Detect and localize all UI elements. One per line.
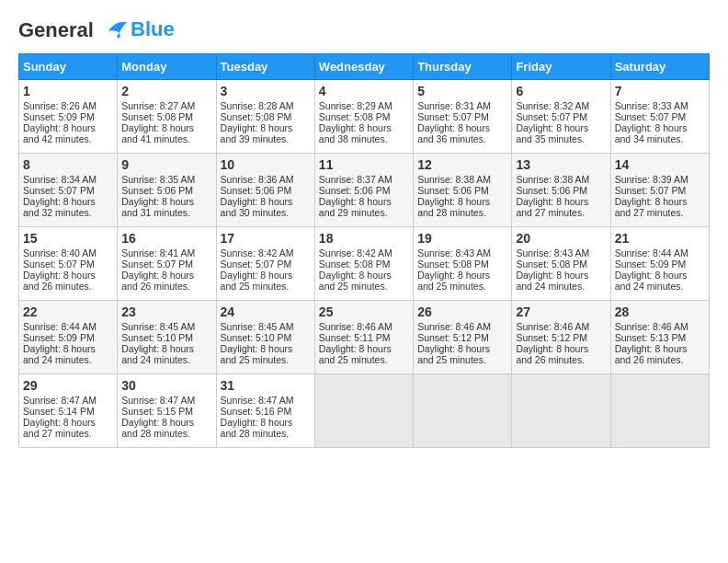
calendar-cell: 3Sunrise: 8:28 AMSunset: 5:08 PMDaylight… — [216, 80, 314, 154]
daylight-label: Daylight: 8 hours and 28 minutes. — [221, 417, 293, 439]
header-row: Sunday Monday Tuesday Wednesday Thursday… — [19, 54, 710, 80]
day-number: 13 — [516, 157, 606, 172]
daylight-label: Daylight: 8 hours and 32 minutes. — [23, 196, 96, 218]
sunset-label: Sunset: 5:08 PM — [121, 111, 193, 122]
daylight-label: Daylight: 8 hours and 26 minutes. — [121, 270, 194, 292]
col-thursday: Thursday — [414, 54, 512, 80]
daylight-label: Daylight: 8 hours and 41 minutes. — [121, 122, 194, 144]
sunset-label: Sunset: 5:06 PM — [417, 185, 489, 196]
calendar-cell: 14Sunrise: 8:39 AMSunset: 5:07 PMDayligh… — [610, 154, 709, 227]
daylight-label: Daylight: 8 hours and 25 minutes. — [417, 270, 490, 292]
day-number: 31 — [221, 378, 311, 393]
day-number: 12 — [417, 157, 507, 172]
daylight-label: Daylight: 8 hours and 30 minutes. — [221, 196, 293, 218]
sunrise-label: Sunrise: 8:28 AM — [221, 100, 294, 111]
calendar-cell — [610, 374, 709, 448]
calendar-cell: 23Sunrise: 8:45 AMSunset: 5:10 PMDayligh… — [118, 301, 216, 374]
daylight-label: Daylight: 8 hours and 26 minutes. — [23, 270, 96, 292]
calendar-cell: 10Sunrise: 8:36 AMSunset: 5:06 PMDayligh… — [216, 154, 314, 227]
sunset-label: Sunset: 5:10 PM — [121, 332, 193, 343]
sunrise-label: Sunrise: 8:32 AM — [516, 100, 589, 111]
day-number: 30 — [121, 378, 211, 393]
sunrise-label: Sunrise: 8:38 AM — [516, 174, 589, 185]
sunrise-label: Sunrise: 8:37 AM — [319, 174, 392, 185]
day-number: 26 — [417, 304, 507, 319]
daylight-label: Daylight: 8 hours and 36 minutes. — [417, 122, 490, 144]
sunset-label: Sunset: 5:14 PM — [23, 406, 95, 417]
sunrise-label: Sunrise: 8:47 AM — [221, 395, 294, 406]
sunrise-label: Sunrise: 8:26 AM — [23, 100, 97, 111]
day-number: 16 — [121, 231, 211, 246]
calendar-cell: 20Sunrise: 8:43 AMSunset: 5:08 PMDayligh… — [512, 227, 610, 301]
calendar-cell: 12Sunrise: 8:38 AMSunset: 5:06 PMDayligh… — [414, 154, 512, 227]
sunset-label: Sunset: 5:08 PM — [221, 111, 292, 122]
sunrise-label: Sunrise: 8:33 AM — [615, 100, 688, 111]
sunset-label: Sunset: 5:12 PM — [417, 332, 489, 343]
day-number: 23 — [121, 304, 211, 319]
day-number: 24 — [221, 304, 311, 319]
day-number: 21 — [615, 231, 705, 246]
sunset-label: Sunset: 5:06 PM — [221, 185, 292, 196]
sunrise-label: Sunrise: 8:29 AM — [319, 100, 392, 111]
calendar-row: 8Sunrise: 8:34 AMSunset: 5:07 PMDaylight… — [19, 154, 710, 227]
calendar-row: 1Sunrise: 8:26 AMSunset: 5:09 PMDaylight… — [19, 80, 710, 154]
calendar-cell: 29Sunrise: 8:47 AMSunset: 5:14 PMDayligh… — [19, 374, 118, 448]
sunrise-label: Sunrise: 8:36 AM — [221, 174, 294, 185]
sunset-label: Sunset: 5:06 PM — [319, 185, 391, 196]
sunset-label: Sunset: 5:08 PM — [417, 259, 489, 270]
sunrise-label: Sunrise: 8:45 AM — [221, 321, 294, 332]
calendar-cell — [314, 374, 413, 448]
sunset-label: Sunset: 5:09 PM — [23, 332, 95, 343]
calendar-cell: 21Sunrise: 8:44 AMSunset: 5:09 PMDayligh… — [610, 227, 709, 301]
sunset-label: Sunset: 5:10 PM — [221, 332, 292, 343]
day-number: 6 — [516, 84, 606, 98]
day-number: 29 — [23, 378, 113, 393]
daylight-label: Daylight: 8 hours and 28 minutes. — [417, 196, 490, 218]
calendar-cell: 9Sunrise: 8:35 AMSunset: 5:06 PMDaylight… — [118, 154, 216, 227]
calendar-cell: 2Sunrise: 8:27 AMSunset: 5:08 PMDaylight… — [118, 80, 216, 154]
sunrise-label: Sunrise: 8:47 AM — [23, 395, 97, 406]
calendar-cell: 31Sunrise: 8:47 AMSunset: 5:16 PMDayligh… — [216, 374, 314, 448]
sunrise-label: Sunrise: 8:41 AM — [121, 247, 195, 259]
col-saturday: Saturday — [610, 54, 709, 80]
sunset-label: Sunset: 5:09 PM — [23, 111, 95, 122]
calendar-cell — [512, 374, 610, 448]
calendar-row: 15Sunrise: 8:40 AMSunset: 5:07 PMDayligh… — [19, 227, 710, 301]
daylight-label: Daylight: 8 hours and 38 minutes. — [319, 122, 392, 144]
sunrise-label: Sunrise: 8:46 AM — [319, 321, 392, 332]
daylight-label: Daylight: 8 hours and 24 minutes. — [121, 343, 194, 365]
calendar-cell: 1Sunrise: 8:26 AMSunset: 5:09 PMDaylight… — [19, 80, 118, 154]
daylight-label: Daylight: 8 hours and 25 minutes. — [417, 343, 490, 365]
calendar-row: 29Sunrise: 8:47 AMSunset: 5:14 PMDayligh… — [19, 374, 710, 448]
sunset-label: Sunset: 5:08 PM — [319, 259, 391, 270]
daylight-label: Daylight: 8 hours and 24 minutes. — [23, 343, 96, 365]
calendar-cell: 15Sunrise: 8:40 AMSunset: 5:07 PMDayligh… — [19, 227, 118, 301]
day-number: 25 — [319, 304, 409, 319]
calendar-cell: 24Sunrise: 8:45 AMSunset: 5:10 PMDayligh… — [216, 301, 314, 374]
col-monday: Monday — [118, 54, 216, 80]
day-number: 15 — [23, 231, 113, 246]
daylight-label: Daylight: 8 hours and 28 minutes. — [121, 417, 194, 439]
sunset-label: Sunset: 5:07 PM — [221, 259, 292, 270]
calendar-cell — [414, 374, 512, 448]
day-number: 17 — [221, 231, 311, 246]
col-tuesday: Tuesday — [216, 54, 314, 80]
day-number: 7 — [615, 84, 705, 98]
daylight-label: Daylight: 8 hours and 27 minutes. — [615, 196, 688, 218]
sunrise-label: Sunrise: 8:34 AM — [23, 174, 97, 185]
daylight-label: Daylight: 8 hours and 25 minutes. — [221, 270, 293, 292]
sunrise-label: Sunrise: 8:43 AM — [417, 247, 491, 259]
sunrise-label: Sunrise: 8:45 AM — [121, 321, 195, 332]
calendar-table: Sunday Monday Tuesday Wednesday Thursday… — [18, 53, 710, 448]
sunrise-label: Sunrise: 8:42 AM — [319, 247, 392, 259]
logo-general: General — [18, 18, 94, 41]
sunset-label: Sunset: 5:07 PM — [417, 111, 489, 122]
sunset-label: Sunset: 5:07 PM — [23, 259, 95, 270]
page-header: General Blue — [18, 18, 710, 44]
sunset-label: Sunset: 5:13 PM — [615, 332, 687, 343]
day-number: 5 — [417, 84, 507, 98]
calendar-cell: 26Sunrise: 8:46 AMSunset: 5:12 PMDayligh… — [414, 301, 512, 374]
sunset-label: Sunset: 5:06 PM — [121, 185, 193, 196]
sunset-label: Sunset: 5:07 PM — [23, 185, 95, 196]
day-number: 9 — [121, 157, 211, 172]
